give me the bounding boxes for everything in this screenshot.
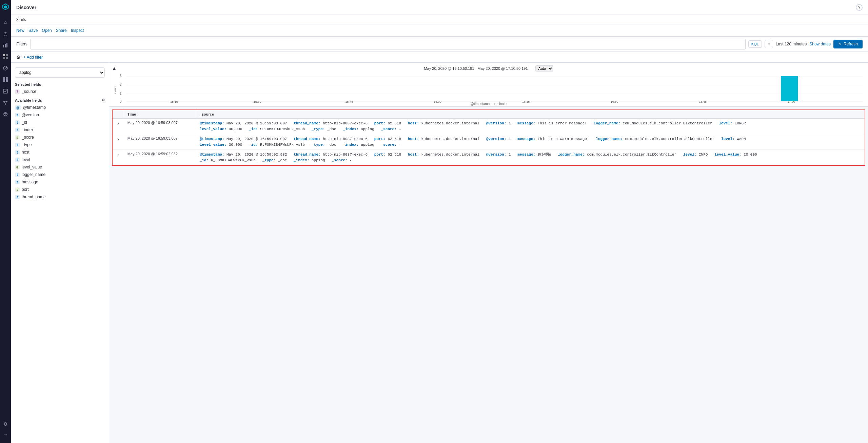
svg-rect-12 bbox=[6, 77, 8, 79]
field-name-timestamp: @timestamp bbox=[23, 105, 46, 110]
svg-line-21 bbox=[5, 101, 7, 104]
svg-rect-31 bbox=[781, 76, 798, 101]
svg-text:15:15: 15:15 bbox=[170, 100, 178, 103]
share-button[interactable]: Share bbox=[56, 27, 67, 34]
field-badge-index: t bbox=[15, 128, 20, 132]
expand-button-2[interactable]: › bbox=[116, 136, 120, 142]
field-badge-level-value: # bbox=[15, 165, 20, 169]
index-select[interactable]: applog bbox=[15, 67, 105, 78]
hits-bar: 3 hits bbox=[11, 15, 868, 24]
selected-fields-title: Selected fields bbox=[11, 80, 109, 88]
time-cell-1: May 20, 2020 @ 16:59:03.007 bbox=[124, 119, 196, 134]
field-version[interactable]: t @version bbox=[11, 111, 109, 119]
sidebar-icon-chart[interactable] bbox=[1, 40, 10, 50]
search-input[interactable] bbox=[30, 39, 746, 49]
field-message[interactable]: t message bbox=[11, 178, 109, 186]
view-toggle[interactable]: ≡ bbox=[765, 40, 773, 48]
field-level[interactable]: t level bbox=[11, 156, 109, 163]
sidebar: ⌂ ◷ ⚙ → bbox=[0, 0, 11, 443]
table-header-row: Time ↑ _source bbox=[112, 110, 865, 119]
expand-cell-3[interactable]: › bbox=[112, 150, 124, 166]
refresh-button[interactable]: ↻ Refresh bbox=[833, 40, 863, 48]
sidebar-icon-clock[interactable]: ◷ bbox=[1, 29, 10, 38]
sidebar-icon-settings[interactable]: ⚙ bbox=[1, 419, 10, 429]
save-button[interactable]: Save bbox=[28, 27, 38, 34]
field-badge-level: t bbox=[15, 158, 20, 162]
field-name-score: _score bbox=[22, 135, 34, 140]
chart-area: ▲ May 20, 2020 @ 15:10:50.191 - May 20, … bbox=[109, 63, 868, 107]
svg-rect-8 bbox=[3, 57, 5, 59]
sidebar-icon-stack[interactable] bbox=[1, 109, 10, 119]
field-name-level-value: level_value bbox=[22, 165, 42, 169]
svg-text:16:15: 16:15 bbox=[522, 100, 530, 103]
svg-rect-11 bbox=[3, 77, 5, 79]
col-source-header[interactable]: _source bbox=[196, 110, 865, 119]
svg-text:Count: Count bbox=[115, 86, 117, 94]
field-timestamp[interactable]: @ @timestamp bbox=[11, 104, 109, 111]
app-logo[interactable] bbox=[1, 3, 9, 11]
col-time-header[interactable]: Time ↑ bbox=[124, 110, 196, 119]
settings-bar: ⚙ + Add filter bbox=[11, 52, 868, 63]
field-name-version: @version bbox=[22, 113, 39, 117]
index-select-wrap: applog bbox=[11, 65, 109, 80]
sidebar-icon-canvas[interactable] bbox=[1, 86, 10, 96]
expand-button-3[interactable]: › bbox=[116, 152, 120, 157]
field-name-level: level bbox=[22, 157, 30, 162]
chart-date-range: May 20, 2020 @ 15:10:50.191 - May 20, 20… bbox=[424, 66, 532, 71]
field-type[interactable]: t _type bbox=[11, 141, 109, 148]
topbar: Discover ? bbox=[11, 0, 868, 15]
chart-header: May 20, 2020 @ 15:10:50.191 - May 20, 20… bbox=[115, 65, 863, 72]
sidebar-icon-home[interactable]: ⌂ bbox=[1, 17, 10, 27]
sidebar-icon-ml[interactable] bbox=[1, 98, 10, 107]
kql-badge[interactable]: KQL bbox=[748, 40, 762, 48]
field-port[interactable]: # port bbox=[11, 186, 109, 193]
field-badge-port: # bbox=[15, 187, 20, 192]
field-level-value[interactable]: # level_value bbox=[11, 163, 109, 171]
settings-icon-button[interactable]: ⚙ bbox=[16, 55, 21, 60]
svg-rect-6 bbox=[3, 54, 5, 56]
selected-field-source[interactable]: ? _source bbox=[11, 88, 109, 95]
available-fields-settings[interactable]: ⚙ bbox=[101, 98, 105, 102]
svg-text:0: 0 bbox=[120, 100, 122, 103]
field-id[interactable]: t _id bbox=[11, 119, 109, 126]
svg-text:17:00: 17:00 bbox=[787, 100, 795, 103]
source-cell-1: @timestamp: May 20, 2020 @ 16:59:03.007 … bbox=[196, 119, 865, 134]
open-button[interactable]: Open bbox=[42, 27, 52, 34]
chart-auto-select[interactable]: Auto bbox=[535, 65, 553, 72]
results-table: Time ↑ _source › bbox=[112, 109, 865, 166]
field-score[interactable]: # _score bbox=[11, 134, 109, 141]
expand-cell-2[interactable]: › bbox=[112, 134, 124, 150]
sidebar-icon-visualize[interactable] bbox=[1, 63, 10, 73]
inspect-button[interactable]: Inspect bbox=[71, 27, 84, 34]
field-logger-name[interactable]: t logger_name bbox=[11, 171, 109, 178]
field-badge-type: t bbox=[15, 143, 20, 147]
help-icon[interactable]: ? bbox=[856, 4, 863, 11]
svg-text:16:00: 16:00 bbox=[434, 100, 441, 103]
expand-cell-1[interactable]: › bbox=[112, 119, 124, 134]
svg-text:15:30: 15:30 bbox=[254, 100, 261, 103]
chart-collapse-button[interactable]: ▲ bbox=[112, 65, 117, 71]
sidebar-icon-collapse[interactable]: → bbox=[1, 430, 10, 439]
svg-text:16:30: 16:30 bbox=[611, 100, 618, 103]
field-host[interactable]: t host bbox=[11, 148, 109, 156]
field-name-logger-name: logger_name bbox=[22, 172, 45, 177]
filter-bar: Filters KQL ≡ Last 120 minutes Show date… bbox=[11, 37, 868, 52]
refresh-icon: ↻ bbox=[838, 42, 842, 46]
results-area[interactable]: Time ↑ _source › bbox=[109, 107, 868, 443]
sidebar-icon-discover[interactable] bbox=[1, 52, 10, 61]
show-dates-button[interactable]: Show dates bbox=[809, 42, 831, 46]
sidebar-icon-dashboard[interactable] bbox=[1, 75, 10, 84]
field-badge-message: t bbox=[15, 180, 20, 184]
field-badge-timestamp: @ bbox=[15, 105, 21, 110]
field-badge-source: ? bbox=[15, 89, 20, 94]
expand-button-1[interactable]: › bbox=[116, 121, 120, 126]
filter-label: Filters bbox=[16, 42, 27, 46]
field-thread-name[interactable]: t thread_name bbox=[11, 193, 109, 201]
new-button[interactable]: New bbox=[16, 27, 24, 34]
add-filter-button[interactable]: + Add filter bbox=[23, 55, 43, 60]
action-bar: New Save Open Share Inspect bbox=[11, 24, 868, 37]
svg-text:15:45: 15:45 bbox=[346, 100, 353, 103]
field-index[interactable]: t _index bbox=[11, 126, 109, 134]
svg-rect-9 bbox=[6, 57, 8, 59]
field-name-message: message bbox=[22, 180, 38, 184]
